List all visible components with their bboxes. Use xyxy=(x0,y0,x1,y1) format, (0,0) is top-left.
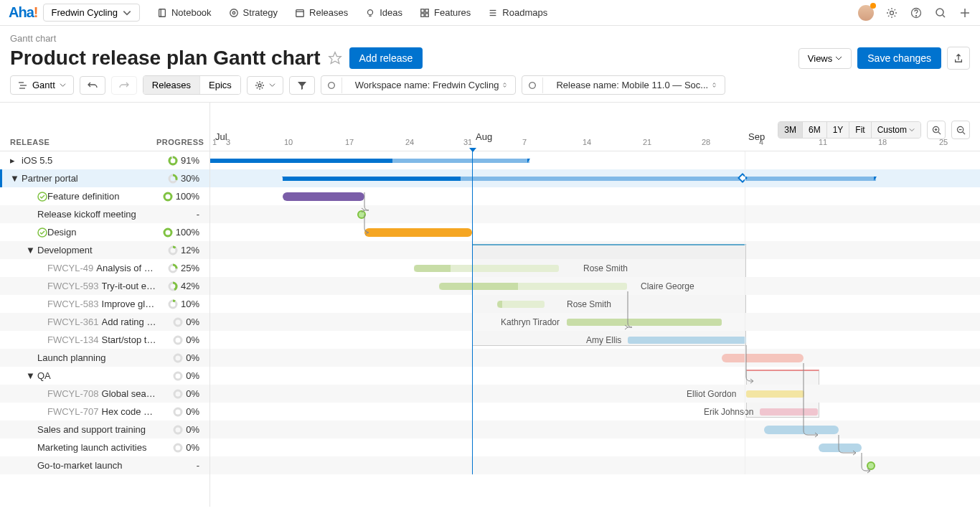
chart-row[interactable]: Erik Johnson xyxy=(210,403,980,421)
sidebar-row[interactable]: Sales and support training0% xyxy=(0,421,209,438)
chart-row[interactable]: Rose Smith xyxy=(210,295,980,313)
chart-row[interactable] xyxy=(210,151,980,169)
chart-row[interactable] xyxy=(210,169,980,187)
nav-notebook[interactable]: Notebook xyxy=(157,7,212,18)
item-key: FWCYL-593 xyxy=(47,281,99,291)
sidebar-row[interactable]: FWCYL-593Try-it-out elite-...42% xyxy=(0,277,209,295)
chart-row[interactable] xyxy=(210,456,980,474)
gantt-bar[interactable] xyxy=(746,390,804,398)
sidebar-row[interactable]: FWCYL-361Add rating option0% xyxy=(0,313,209,331)
gantt-bar[interactable] xyxy=(283,177,876,181)
settings-dropdown[interactable] xyxy=(247,76,283,95)
nav-releases[interactable]: Releases xyxy=(295,7,348,18)
caret-right-icon[interactable]: ▸ xyxy=(10,155,19,166)
gantt-bar[interactable] xyxy=(364,228,472,237)
plus-icon[interactable] xyxy=(958,6,971,19)
breadcrumb[interactable]: Gantt chart xyxy=(10,33,970,44)
zoom-in-button[interactable] xyxy=(927,121,946,139)
gantt-bar[interactable] xyxy=(567,319,722,326)
sidebar-row[interactable]: FWCYL-134Start/stop trac...0% xyxy=(0,331,209,349)
segment-epics[interactable]: Epics xyxy=(200,76,240,94)
record-icon xyxy=(327,81,336,90)
gantt-bar[interactable] xyxy=(283,192,364,201)
filter-release[interactable]: Release name: Mobile 11.0 — Soc... xyxy=(522,75,725,95)
workspace-dropdown[interactable]: Fredwin Cycling xyxy=(43,4,139,22)
sidebar-row[interactable]: FWCYL-707Hex code picke...0% xyxy=(0,403,209,421)
zoom-out-button[interactable] xyxy=(951,121,970,139)
sidebar-row[interactable]: ▸iOS 5.591% xyxy=(0,151,209,169)
gantt-bar[interactable] xyxy=(764,426,839,434)
nav-ideas[interactable]: Ideas xyxy=(365,7,402,18)
chart-row[interactable] xyxy=(210,187,980,205)
sidebar-row[interactable]: ▼Development12% xyxy=(0,241,209,259)
views-dropdown[interactable]: Views xyxy=(798,48,852,69)
sidebar-row[interactable]: ▼QA0% xyxy=(0,367,209,385)
milestone-circle[interactable] xyxy=(867,461,875,470)
chart-row[interactable] xyxy=(210,421,980,438)
segment-releases[interactable]: Releases xyxy=(143,76,200,94)
save-changes-button[interactable]: Save changes xyxy=(857,47,941,69)
sidebar-row[interactable]: FWCYL-708Global search b...0% xyxy=(0,385,209,403)
zoom-3m[interactable]: 3M xyxy=(778,122,803,138)
gantt: RELEASE PROGRESS ▸iOS 5.591%▼Partner por… xyxy=(0,103,980,507)
nav-features[interactable]: Features xyxy=(420,7,471,18)
filter-workspace[interactable]: Workspace name: Fredwin Cycling xyxy=(321,75,517,95)
chart-body[interactable]: Rose SmithClaire GeorgeRose SmithKathryn… xyxy=(210,151,980,474)
search-icon[interactable] xyxy=(934,6,947,19)
gantt-bar[interactable] xyxy=(819,444,862,452)
help-icon[interactable] xyxy=(910,6,923,19)
nav-strategy[interactable]: Strategy xyxy=(229,7,278,18)
sidebar-row[interactable]: Marketing launch activities0% xyxy=(0,438,209,456)
progress-text: 0% xyxy=(186,316,199,327)
sidebar-row[interactable]: Design100% xyxy=(0,223,209,241)
settings-icon[interactable] xyxy=(885,6,898,19)
chart-row[interactable]: Kathryn Tirador xyxy=(210,313,980,331)
chart-row[interactable] xyxy=(210,205,980,223)
milestone-circle[interactable] xyxy=(357,210,366,219)
add-release-button[interactable]: Add release xyxy=(349,47,423,69)
share-button[interactable] xyxy=(947,47,970,70)
chart-row[interactable]: Elliot Gordon xyxy=(210,385,980,403)
sidebar-row[interactable]: Release kickoff meeting- xyxy=(0,205,209,223)
progress-text: 42% xyxy=(181,281,199,291)
chart-row[interactable]: Claire George xyxy=(210,277,980,295)
gantt-view-dropdown[interactable]: Gantt xyxy=(10,75,74,95)
sidebar-row[interactable]: FWCYL-49Analysis of pers...25% xyxy=(0,259,209,277)
caret-down-icon[interactable]: ▼ xyxy=(26,370,34,381)
favorite-star-icon[interactable] xyxy=(328,51,342,65)
zoom-1y[interactable]: 1Y xyxy=(827,122,850,138)
progress-text: 100% xyxy=(176,227,199,238)
sidebar-row[interactable]: FWCYL-583Improve global ...10% xyxy=(0,295,209,313)
undo-button[interactable] xyxy=(80,76,105,95)
milestone-diamond[interactable] xyxy=(738,173,748,183)
sidebar-row[interactable]: Launch planning0% xyxy=(0,349,209,367)
chart-row[interactable] xyxy=(210,241,980,259)
gantt-icon xyxy=(18,80,28,90)
sidebar-row[interactable]: Feature definition100% xyxy=(0,187,209,205)
zoom-6m[interactable]: 6M xyxy=(803,122,827,138)
filter-button[interactable] xyxy=(289,76,315,95)
gantt-bar[interactable] xyxy=(722,354,804,362)
gantt-bar[interactable] xyxy=(439,283,627,290)
caret-down-icon[interactable]: ▼ xyxy=(10,173,19,184)
gantt-bar[interactable] xyxy=(497,301,545,308)
nav-roadmaps[interactable]: Roadmaps xyxy=(488,7,547,18)
caret-down-icon[interactable]: ▼ xyxy=(26,245,34,255)
chart-row[interactable] xyxy=(210,438,980,456)
gantt-bar[interactable] xyxy=(210,159,529,163)
gantt-bar[interactable] xyxy=(628,337,746,344)
avatar[interactable] xyxy=(858,5,874,21)
gantt-bar[interactable] xyxy=(760,408,818,416)
chart-row[interactable]: Amy Ellis xyxy=(210,331,980,349)
chart-row[interactable] xyxy=(210,349,980,367)
chart-row[interactable] xyxy=(210,223,980,241)
chart-row[interactable] xyxy=(210,367,980,385)
gantt-bar[interactable] xyxy=(414,265,559,272)
chart-row[interactable]: Rose Smith xyxy=(210,259,980,277)
zoom-custom[interactable]: Custom xyxy=(872,122,920,138)
zoom-fit[interactable]: Fit xyxy=(849,122,871,138)
sidebar-row[interactable]: Go-to-market launch- xyxy=(0,456,209,474)
redo-button[interactable] xyxy=(111,76,137,95)
progress-text: 0% xyxy=(186,370,199,381)
sidebar-row[interactable]: ▼Partner portal30% xyxy=(0,169,209,187)
